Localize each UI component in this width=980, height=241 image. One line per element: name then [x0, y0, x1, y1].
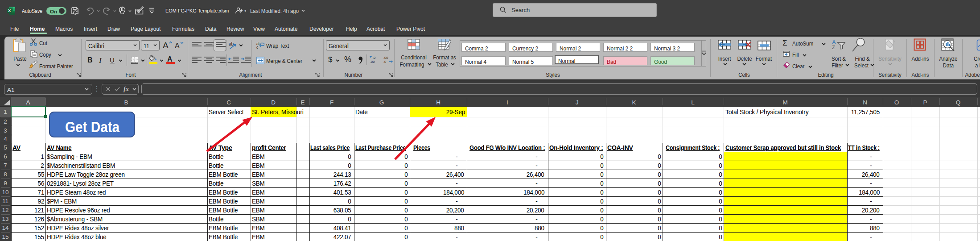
svg-text:Z: Z: [832, 45, 835, 50]
svg-text:.00: .00: [383, 56, 388, 60]
svg-text:.0: .0: [373, 56, 375, 60]
svg-text:.0: .0: [383, 60, 386, 64]
svg-text:X: X: [8, 8, 11, 13]
svg-text:.00: .00: [370, 60, 375, 64]
svg-text:ab: ab: [229, 42, 234, 46]
